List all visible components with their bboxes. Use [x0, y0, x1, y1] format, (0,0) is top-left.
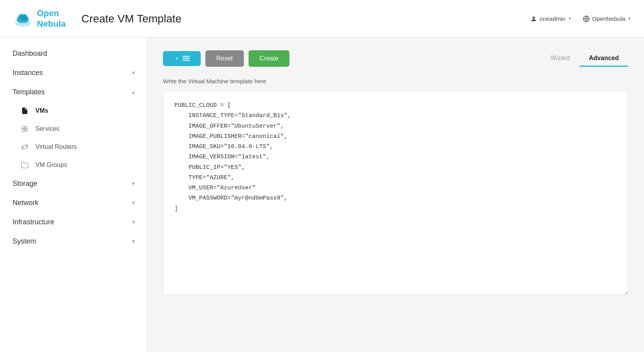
sidebar-label-system: System [13, 237, 36, 246]
sidebar-item-system[interactable]: System ▼ [0, 232, 147, 251]
tab-wizard[interactable]: Wizard [541, 51, 580, 67]
svg-rect-8 [183, 58, 190, 59]
toolbar: Reset Create Wizard Advanced [163, 50, 628, 67]
create-button[interactable]: Create [249, 50, 289, 67]
layout: Dashboard Instances ▼ Templates ▲ VMs Se… [0, 38, 644, 352]
back-button[interactable] [163, 51, 201, 66]
sidebar-label-instances: Instances [13, 69, 43, 77]
network-chevron-icon: ▼ [131, 200, 136, 206]
sidebar: Dashboard Instances ▼ Templates ▲ VMs Se… [0, 38, 147, 352]
virtual-routers-icon [20, 143, 29, 151]
globe-icon [583, 15, 590, 22]
services-icon [20, 125, 29, 133]
org-menu[interactable]: OpenNebula ▼ [583, 15, 631, 22]
hint-text: Write the Virtual Machine template here [163, 78, 628, 84]
sidebar-sub-item-services[interactable]: Services [0, 120, 147, 138]
instances-chevron-icon: ▼ [131, 70, 136, 76]
sidebar-label-network: Network [13, 199, 38, 207]
infrastructure-chevron-icon: ▼ [131, 219, 136, 225]
sidebar-item-dashboard[interactable]: Dashboard [0, 44, 147, 63]
user-name: oneadmin [540, 15, 565, 22]
code-editor[interactable] [163, 91, 628, 295]
page-title: Create VM Template [66, 13, 530, 25]
vms-icon [20, 106, 29, 115]
sidebar-item-infrastructure[interactable]: Infrastructure ▼ [0, 213, 147, 232]
svg-rect-3 [22, 126, 24, 128]
header-user-area: oneadmin ▼ OpenNebula ▼ [530, 15, 631, 22]
sidebar-sub-label-services: Services [35, 125, 59, 132]
main-content: Reset Create Wizard Advanced Write the V… [147, 38, 644, 352]
org-chevron-icon: ▼ [628, 16, 631, 21]
svg-rect-4 [25, 126, 27, 128]
system-chevron-icon: ▼ [131, 238, 136, 244]
back-arrow-icon [174, 56, 179, 61]
svg-rect-9 [183, 60, 190, 61]
vm-groups-icon [20, 161, 29, 169]
tabs: Wizard Advanced [541, 51, 628, 67]
user-chevron-icon: ▼ [568, 16, 572, 21]
templates-chevron-icon: ▲ [131, 89, 136, 95]
user-icon [530, 15, 537, 22]
reset-button[interactable]: Reset [205, 50, 244, 67]
sidebar-label-infrastructure: Infrastructure [13, 218, 54, 226]
sidebar-item-storage[interactable]: Storage ▼ [0, 174, 147, 193]
sidebar-label-dashboard: Dashboard [13, 50, 47, 58]
sidebar-label-storage: Storage [13, 180, 37, 188]
logo-icon [13, 9, 33, 29]
list-icon [183, 56, 190, 61]
sidebar-label-templates: Templates [13, 88, 45, 96]
svg-rect-7 [183, 56, 190, 57]
tab-advanced[interactable]: Advanced [580, 51, 628, 67]
org-name: OpenNebula [592, 15, 625, 22]
svg-point-1 [532, 16, 535, 19]
sidebar-sub-item-vms[interactable]: VMs [0, 102, 147, 120]
sidebar-sub-label-vm-groups: VM Groups [35, 161, 67, 169]
sidebar-item-instances[interactable]: Instances ▼ [0, 63, 147, 82]
sidebar-sub-item-vm-groups[interactable]: VM Groups [0, 156, 147, 174]
logo: Open Nebula [13, 8, 66, 29]
sidebar-item-network[interactable]: Network ▼ [0, 193, 147, 213]
sidebar-sub-label-vms: VMs [35, 107, 48, 114]
user-menu[interactable]: oneadmin ▼ [530, 15, 572, 22]
svg-rect-6 [25, 129, 27, 132]
header: Open Nebula Create VM Template oneadmin … [0, 0, 644, 38]
logo-text: Open Nebula [37, 8, 66, 29]
svg-rect-5 [22, 129, 24, 132]
storage-chevron-icon: ▼ [131, 181, 136, 187]
sidebar-sub-label-virtual-routers: Virtual Routers [35, 143, 77, 150]
sidebar-sub-item-virtual-routers[interactable]: Virtual Routers [0, 138, 147, 156]
sidebar-item-templates[interactable]: Templates ▲ [0, 82, 147, 102]
